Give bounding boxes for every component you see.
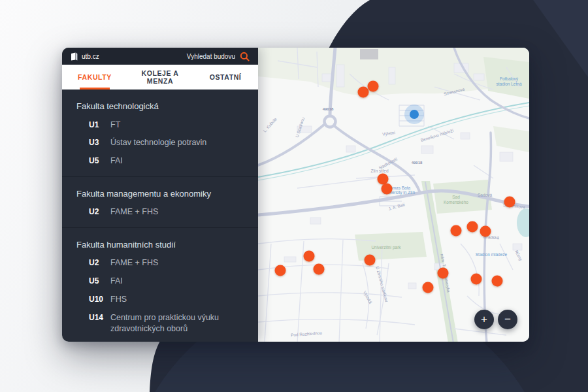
app-window: utb.cz Vyhledat budovu FAKULTY KOLEJE A …: [62, 48, 529, 342]
building-list-item[interactable]: U2 FAME + FHS: [62, 203, 258, 221]
search-icon: [240, 52, 250, 61]
map-marker[interactable]: [382, 184, 393, 195]
building-label: FHS: [110, 294, 127, 305]
building-label: Ústav technologie potravin: [110, 137, 206, 148]
faculty-section: Fakulta managementu a ekonomiky U2 FAME …: [62, 177, 258, 228]
tab-fakulty[interactable]: FAKULTY: [62, 65, 127, 90]
building-list-item[interactable]: U5 FAI: [62, 272, 258, 290]
building-list-item[interactable]: U5 FAI: [62, 152, 258, 171]
sidebar: utb.cz Vyhledat budovu FAKULTY KOLEJE A …: [62, 48, 258, 342]
current-location-dot: [404, 105, 424, 124]
top-bar: utb.cz Vyhledat budovu: [62, 48, 258, 65]
building-list-item[interactable]: U14 Centrum pro praktickou výuku zdravot…: [62, 308, 258, 338]
map-marker[interactable]: [467, 221, 478, 233]
building-code: U10: [89, 294, 105, 304]
faculty-section-items: U1 FT U3 Ústav technologie potravin U5 F…: [62, 116, 258, 171]
map-marker[interactable]: [492, 276, 503, 287]
faculty-section-title: Fakulta technologická: [62, 98, 258, 116]
building-list-item[interactable]: U3 Ústav technologie potravin: [62, 134, 258, 152]
building-code: U1: [89, 120, 105, 130]
map-marker[interactable]: [471, 274, 482, 285]
tab-bar: FAKULTY KOLEJE A MENZA OSTATNÍ: [62, 65, 258, 90]
zoom-in-button[interactable]: +: [474, 310, 494, 329]
building-list-item[interactable]: U10 FHS: [62, 290, 258, 308]
building-label: FT: [110, 120, 120, 131]
map-marker[interactable]: [275, 265, 286, 276]
building-code: U14: [89, 312, 105, 323]
faculty-section-items: U2 FAME + FHS U5 FAI U10 FHS U14 Centrum…: [62, 254, 258, 338]
map-marker[interactable]: [438, 268, 449, 279]
map-marker[interactable]: [314, 264, 325, 275]
map-marker[interactable]: [480, 226, 491, 237]
map-marker[interactable]: [304, 251, 315, 262]
building-code: U2: [89, 257, 105, 268]
map-marker[interactable]: [365, 255, 376, 266]
map-canvas: [258, 48, 529, 342]
building-code: U3: [89, 137, 105, 148]
building-code: U5: [89, 276, 105, 286]
site-label: utb.cz: [82, 53, 99, 60]
faculty-section-title: Fakulta managementu a ekonomiky: [62, 186, 258, 203]
building-label: FAI: [110, 155, 123, 167]
building-label: FAI: [110, 276, 123, 287]
zoom-out-button[interactable]: −: [498, 310, 517, 329]
building-list-item[interactable]: U1 FT: [62, 116, 258, 134]
map[interactable]: + − 49018 49018 Smetanova Benešovo nábře…: [258, 48, 529, 342]
faculty-section-items: U2 FAME + FHS: [62, 203, 258, 221]
tab-ostatn-[interactable]: OSTATNÍ: [193, 65, 258, 90]
building-list-item[interactable]: U2 FAME + FHS: [62, 254, 258, 272]
building-label: Centrum pro praktickou výuku zdravotnick…: [110, 312, 241, 335]
map-marker[interactable]: [451, 225, 462, 237]
building-label: FAME + FHS: [110, 206, 158, 218]
faculty-list: Fakulta technologická U1 FT U3 Ústav tec…: [62, 90, 258, 342]
building-code: U2: [89, 206, 105, 217]
faculty-section: Fakulta technologická U1 FT U3 Ústav tec…: [62, 90, 258, 177]
map-marker[interactable]: [423, 282, 434, 293]
map-marker[interactable]: [368, 81, 379, 92]
site-brand[interactable]: utb.cz: [71, 52, 99, 61]
faculty-section: Fakulta humanitních studií U2 FAME + FHS…: [62, 228, 258, 342]
search-building-button[interactable]: Vyhledat budovu: [187, 52, 250, 61]
map-marker[interactable]: [504, 197, 515, 208]
building-code: U5: [89, 155, 105, 166]
building-label: FAME + FHS: [110, 257, 158, 269]
faculty-section-title: Fakulta humanitních studií: [62, 237, 258, 254]
tab-koleje-a-menza[interactable]: KOLEJE A MENZA: [127, 65, 193, 90]
map-marker[interactable]: [358, 87, 369, 98]
search-label: Vyhledat budovu: [187, 53, 235, 60]
utb-logo-icon: [71, 52, 78, 61]
